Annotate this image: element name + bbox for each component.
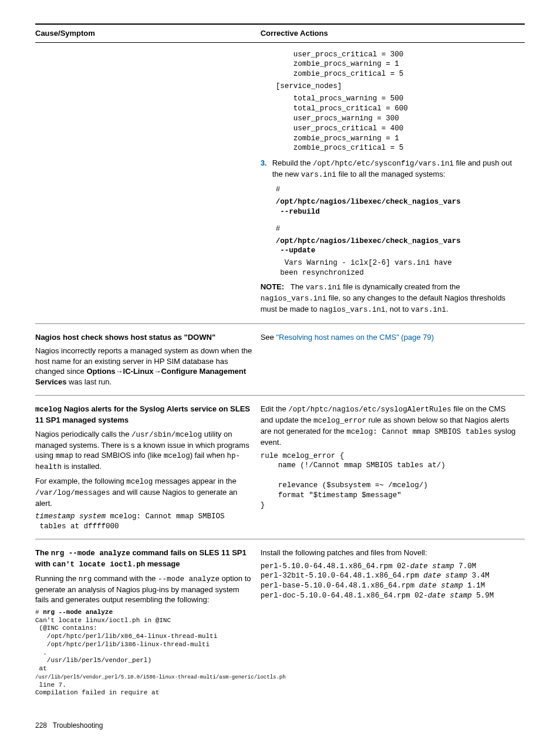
size: 3.4M xyxy=(467,572,490,580)
table-row: The nrg --mode analyze command fails on … xyxy=(35,539,525,703)
pkg: perl-base-5.10.0-64.48.1.x86_64.rpm xyxy=(261,582,419,590)
text: , not to xyxy=(386,305,411,313)
note: NOTE: The vars.ini file is dynamically c… xyxy=(261,282,519,315)
command: /opt/hptc/nagios/libexec/check_nagios_va… xyxy=(276,237,519,256)
terminal-output: # nrg --mode analyze Can't locate linux/… xyxy=(35,609,255,697)
rule-name: mcelog_error xyxy=(313,417,366,425)
text: Rebuild the xyxy=(272,158,313,167)
text: is installed. xyxy=(62,462,102,471)
config-block: total_procs_warning = 500 total_procs_cr… xyxy=(261,94,519,153)
filename: vars.ini xyxy=(301,171,336,179)
symptom-text: Running the nrg command with the --mode … xyxy=(35,573,255,605)
filename: vars.ini xyxy=(411,306,446,314)
placeholder: date stamp xyxy=(428,592,472,600)
text: Running the xyxy=(35,574,79,583)
log-message: timestamp system mcelog: Cannot mmap SMB… xyxy=(35,512,255,532)
text: The xyxy=(291,282,306,291)
prompt: # xyxy=(276,185,519,195)
col-cause: Cause/Symptom xyxy=(35,24,261,42)
step-3: 3. Rebuild the /opt/hptc/etc/sysconfig/v… xyxy=(261,158,519,180)
table-row: user_procs_critical = 300 zombie_procs_w… xyxy=(35,42,525,323)
action-text: Edit the /opt/hptc/nagios/etc/syslogAler… xyxy=(261,404,519,447)
option: --mode analyze xyxy=(158,575,220,583)
text: was last run. xyxy=(67,377,112,386)
placeholder: date stamp xyxy=(423,572,467,580)
command: nrg --mode analyze xyxy=(51,549,130,558)
size: 1.1M xyxy=(463,582,485,590)
text: file to all the managed systems: xyxy=(336,170,446,178)
path: /opt/hptc/etc/sysconfig/vars.ini xyxy=(313,160,454,168)
text: Nagios periodically calls the xyxy=(35,430,131,438)
command: nrg xyxy=(79,575,92,583)
placeholder: timestamp system xyxy=(35,512,106,521)
table-row: mcelog Nagios alerts for the Syslog Aler… xyxy=(35,396,525,539)
page-footer: 228 Troubleshooting xyxy=(35,721,525,730)
troubleshooting-table: Cause/Symptom Corrective Actions user_pr… xyxy=(35,23,525,703)
symptom-text: Nagios periodically calls the /usr/sbin/… xyxy=(35,429,255,472)
text: See xyxy=(261,333,276,342)
command-block: # /opt/hptc/nagios/libexec/check_nagios_… xyxy=(261,185,519,217)
term: mmap xyxy=(56,452,73,460)
text: message xyxy=(145,559,180,568)
path: /var/log/messages xyxy=(35,489,110,497)
symptom-title: mcelog Nagios alerts for the Syslog Aler… xyxy=(35,404,255,425)
config-block: user_procs_critical = 300 zombie_procs_w… xyxy=(261,50,519,80)
filename: vars.ini xyxy=(306,283,341,292)
symptom-title: The nrg --mode analyze command fails on … xyxy=(35,548,255,570)
symptom-text: For example, the following mcelog messag… xyxy=(35,476,255,508)
symptom-text: Nagios incorrectly reports a managed sys… xyxy=(35,346,255,387)
command-block: # /opt/hptc/nagios/libexec/check_nagios_… xyxy=(261,224,519,278)
text: Nagios alerts for the Syslog Alerts serv… xyxy=(35,404,250,424)
prompt: # xyxy=(276,224,519,234)
size: 7.0M xyxy=(454,562,477,571)
text: command with the xyxy=(92,574,158,583)
error-msg: can't locate ioctl.ph xyxy=(53,561,146,569)
step-number: 3. xyxy=(261,158,272,180)
config-section: [service_nodes] xyxy=(261,82,519,92)
cross-reference-link[interactable]: "Resolving host names on the CMS" (page … xyxy=(276,333,434,342)
path: /usr/sbin/mcelog xyxy=(131,431,202,439)
note-label: NOTE: xyxy=(261,282,284,291)
action-text: Install the following patches and files … xyxy=(261,548,519,558)
table-row: Nagios host check shows host status as "… xyxy=(35,323,525,396)
pkg: perl-doc-5.10.0-64.48.1.x86_64.rpm 02- xyxy=(261,592,428,600)
path: /opt/hptc/nagios/etc/syslogAlertRules xyxy=(288,406,451,414)
text: The xyxy=(35,548,51,557)
rule-block: rule mcelog_error { name (!/Cannot mmap … xyxy=(261,451,519,511)
term: mcelog xyxy=(164,452,190,460)
symptom-title: Nagios host check shows host status as "… xyxy=(35,332,255,343)
filename: nagios_vars.ini xyxy=(261,295,327,303)
filename: nagios_vars.ini xyxy=(319,306,386,314)
col-actions: Corrective Actions xyxy=(261,24,525,42)
text: ) fail when xyxy=(190,451,227,460)
size: 5.9M xyxy=(472,592,494,600)
action-text: See "Resolving host names on the CMS" (p… xyxy=(261,332,519,343)
pkg: perl-5.10.0-64.48.1.x86_64.rpm 02- xyxy=(261,562,410,571)
text: messages appear in the xyxy=(153,477,236,485)
text: Edit the xyxy=(261,404,289,413)
term: mcelog xyxy=(126,478,153,486)
text: For example, the following xyxy=(35,477,126,485)
text: to read SMBIOS info (like xyxy=(73,451,164,460)
message: mcelog: Cannot mmap SMBIOS tables xyxy=(346,428,492,436)
package-list: perl-5.10.0-64.48.1.x86_64.rpm 02-date s… xyxy=(261,562,519,602)
output: Vars Warning - iclx[2-6] vars.ini have b… xyxy=(276,258,519,278)
page-number: 228 xyxy=(35,721,47,730)
placeholder: date stamp xyxy=(410,562,454,571)
pkg: perl-32bit-5.10.0-64.48.1.x86_64.rpm xyxy=(261,572,424,580)
page-content: Cause/Symptom Corrective Actions user_pr… xyxy=(35,23,525,730)
text: . xyxy=(446,305,448,313)
command: /opt/hptc/nagios/libexec/check_nagios_va… xyxy=(276,197,519,217)
placeholder: date stamp xyxy=(419,582,463,590)
text: file is dynamically created from the xyxy=(341,282,460,291)
section-name: Troubleshooting xyxy=(53,721,103,730)
command-name: mcelog xyxy=(35,406,62,414)
